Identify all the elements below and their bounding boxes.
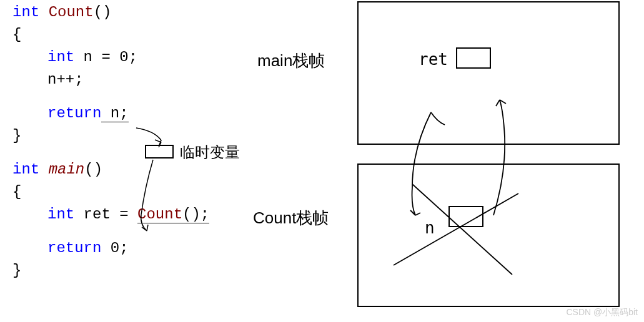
count-frame-label: Count栈帧 <box>253 207 329 229</box>
code-block: int Count() { int n = 0; n++; return n; … <box>12 1 209 282</box>
temp-var-label: 临时变量 <box>180 142 240 162</box>
count-signature: int Count() <box>12 1 209 24</box>
var-n-label: n <box>425 218 435 237</box>
main-stack-frame <box>357 1 620 145</box>
main-frame-label: main栈帧 <box>257 50 325 72</box>
fn-main: main <box>49 161 85 178</box>
temp-var-box <box>145 145 174 159</box>
fn-count: Count <box>49 4 94 21</box>
var-ret-label: ret <box>419 50 448 69</box>
return-zero: return 0; <box>47 237 209 260</box>
count-stack-frame <box>357 163 620 307</box>
var-ret-box <box>456 47 491 69</box>
decl-n: int n = 0; <box>47 46 209 69</box>
var-n-box <box>448 206 483 227</box>
watermark: CSDN @小黑码bit <box>566 307 638 318</box>
call-count: int ret = Count(); <box>47 203 209 226</box>
return-n: return n; <box>47 102 209 125</box>
incr-n: n++; <box>47 69 209 91</box>
main-brace-close: } <box>12 260 209 282</box>
main-brace-open: { <box>12 181 209 203</box>
brace-open: { <box>12 24 209 46</box>
kw-int: int <box>12 4 39 21</box>
